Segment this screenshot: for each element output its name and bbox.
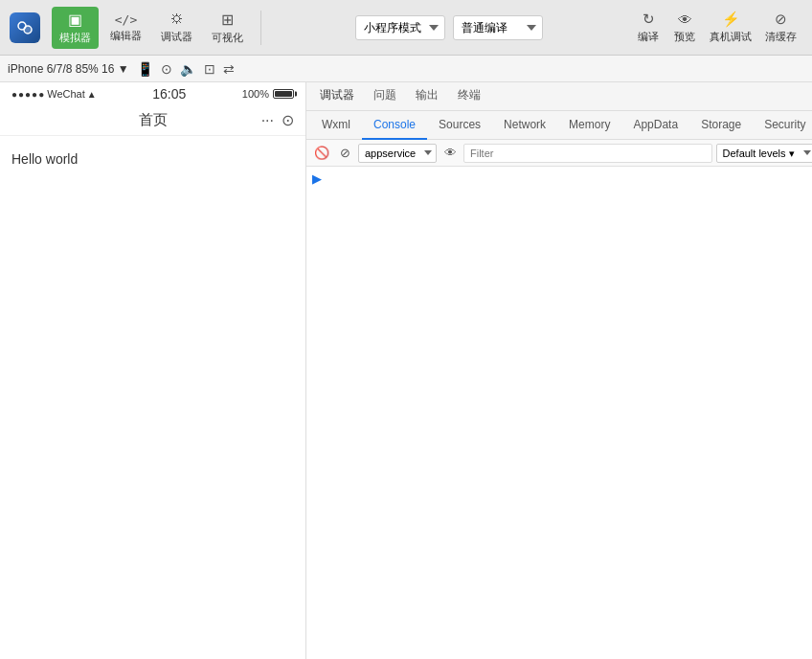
circle-icon[interactable]: ⊙ [161, 61, 172, 77]
compile-icon: ↻ [643, 11, 655, 28]
devtools-sub-tabs: Wxml Console Sources Network Memory AppD… [306, 111, 812, 140]
svg-point-1 [24, 26, 32, 34]
toolbar-center: 小程序模式 插件模式 普通编译 自定义编译 [271, 15, 627, 40]
phone-content: Hello world [0, 136, 305, 659]
close-icon[interactable]: ⊙ [282, 111, 294, 129]
phone-status-bar: ●●●●● WeChat ▲ 16:05 100% [0, 82, 305, 105]
subtab-storage[interactable]: Storage [689, 111, 753, 140]
compile-label: 编译 [638, 30, 659, 44]
tab-terminal[interactable]: 终端 [448, 82, 490, 111]
visualize-label: 可视化 [212, 31, 243, 45]
preview-button[interactable]: 👁 预览 [667, 8, 702, 48]
signal-dots: ●●●●● [11, 89, 45, 100]
speaker-icon[interactable]: 🔈 [180, 61, 196, 77]
visualize-icon: ⊞ [221, 11, 234, 29]
toolbar-divider [260, 11, 261, 45]
status-time: 16:05 [152, 86, 186, 102]
mode-select[interactable]: 小程序模式 插件模式 [355, 15, 445, 40]
tab-output[interactable]: 输出 [406, 82, 448, 111]
devtools-top-tabs: 调试器 问题 输出 终端 [306, 82, 812, 111]
simulator-icon: ▣ [68, 11, 82, 29]
editor-label: 编辑器 [110, 29, 142, 43]
device-icons: 📱 ⊙ 🔈 ⊡ ⇄ [137, 61, 235, 77]
subtab-memory[interactable]: Memory [557, 111, 621, 140]
app-logo [10, 12, 40, 43]
simulator-button[interactable]: ▣ 模拟器 [52, 7, 99, 49]
devtools-panel: 调试器 问题 输出 终端 Wxml Console Sources Networ… [306, 82, 812, 659]
battery-percent: 100% [242, 88, 269, 100]
console-prompt-row: ▶ [312, 170, 812, 188]
clear-console-button[interactable]: 🚫 [312, 144, 331, 163]
simulator-panel: ●●●●● WeChat ▲ 16:05 100% 首页 ··· ⊙ Hello… [0, 82, 306, 659]
clear-cache-icon: ⊘ [775, 11, 787, 28]
wifi-icon: ▲ [87, 89, 97, 100]
debugger-icon: ⛭ [169, 11, 185, 28]
tab-debugger[interactable]: 调试器 [310, 82, 364, 111]
arrows-icon[interactable]: ⇄ [223, 61, 235, 77]
devtools-console: ▶ [306, 167, 812, 659]
levels-select[interactable]: Default levels ▾ Verbose Info Warnings E… [716, 144, 812, 163]
status-left: ●●●●● WeChat ▲ [11, 88, 97, 100]
main-toolbar: ▣ 模拟器 </> 编辑器 ⛭ 调试器 ⊞ 可视化 小程序模式 插件模式 普通编… [0, 0, 812, 56]
real-debug-icon: ⚡ [722, 11, 740, 28]
phone-nav-bar: 首页 ··· ⊙ [0, 105, 305, 136]
status-right: 100% [242, 88, 294, 100]
editor-icon: </> [115, 12, 137, 27]
real-debug-label: 真机调试 [710, 30, 752, 44]
hello-text: Hello world [11, 151, 78, 167]
devtools-toolbar: 🚫 ⊘ appservice webview 👁 Default levels … [306, 140, 812, 167]
compile-select[interactable]: 普通编译 自定义编译 [453, 15, 543, 40]
debugger-button[interactable]: ⛭ 调试器 [153, 7, 200, 48]
eye-toggle-button[interactable]: 👁 [440, 144, 460, 163]
subtab-network[interactable]: Network [492, 111, 557, 140]
rotate-icon[interactable]: ⊡ [204, 61, 215, 77]
phone-nav-icons: ··· ⊙ [261, 111, 294, 129]
editor-button[interactable]: </> 编辑器 [102, 9, 149, 47]
filter-toggle-button[interactable]: ⊘ [335, 144, 354, 163]
preview-label: 预览 [674, 30, 695, 44]
device-bar: iPhone 6/7/8 85% 16 ▼ 📱 ⊙ 🔈 ⊡ ⇄ [0, 56, 812, 82]
subtab-appdata[interactable]: AppData [621, 111, 689, 140]
filter-input[interactable] [463, 144, 712, 163]
subtab-security[interactable]: Security [753, 111, 812, 140]
tab-issues[interactable]: 问题 [364, 82, 406, 111]
phone-nav-title: 首页 [139, 111, 168, 129]
console-arrow[interactable]: ▶ [312, 172, 321, 186]
subtab-console[interactable]: Console [362, 111, 427, 140]
toolbar-right: ↻ 编译 👁 预览 ⚡ 真机调试 ⊘ 清缓存 [631, 7, 802, 48]
clear-cache-button[interactable]: ⊘ 清缓存 [759, 7, 802, 48]
clear-cache-label: 清缓存 [765, 30, 797, 44]
visualize-button[interactable]: ⊞ 可视化 [204, 7, 251, 49]
more-icon[interactable]: ··· [261, 112, 274, 129]
service-select[interactable]: appservice webview [358, 144, 437, 163]
carrier-text: WeChat [47, 88, 85, 100]
main-area: ●●●●● WeChat ▲ 16:05 100% 首页 ··· ⊙ Hello… [0, 82, 812, 659]
device-info[interactable]: iPhone 6/7/8 85% 16 ▼ [8, 62, 129, 76]
debugger-label: 调试器 [161, 30, 192, 44]
battery-bar [273, 89, 294, 99]
preview-icon: 👁 [678, 11, 692, 28]
battery-fill [275, 91, 292, 97]
subtab-wxml[interactable]: Wxml [310, 111, 362, 140]
compile-button[interactable]: ↻ 编译 [631, 7, 665, 48]
real-debug-button[interactable]: ⚡ 真机调试 [704, 7, 757, 48]
simulator-label: 模拟器 [59, 31, 91, 45]
subtab-sources[interactable]: Sources [427, 111, 492, 140]
phone-view-icon[interactable]: 📱 [137, 61, 153, 77]
